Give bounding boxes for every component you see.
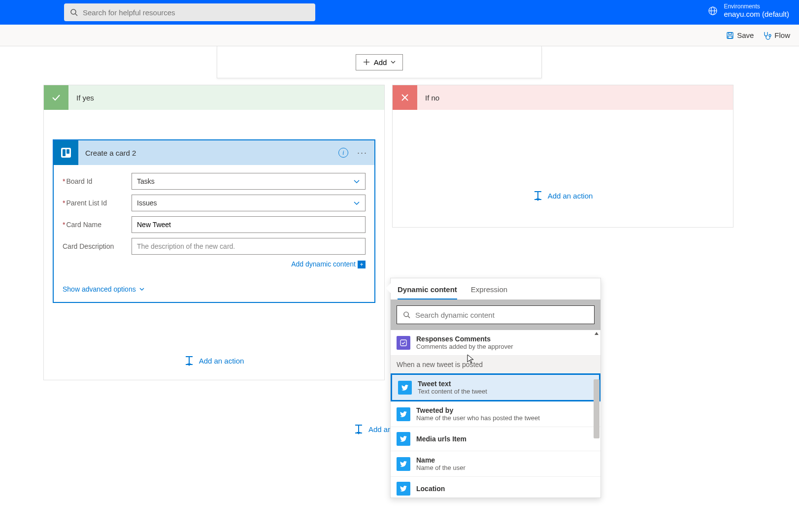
add-action-yes[interactable]: Add an action [44, 356, 384, 365]
if-yes-title: If yes [76, 94, 94, 102]
svg-rect-7 [728, 36, 732, 38]
if-yes-header[interactable]: If yes [44, 85, 384, 110]
twitter-icon [397, 457, 410, 471]
environment-picker[interactable]: Environments enayu.com (default) [708, 3, 789, 18]
dynamic-item-name[interactable]: NameName of the user [391, 451, 600, 477]
add-condition-button[interactable]: Add [356, 54, 403, 70]
dynamic-item-media-urls-item[interactable]: Media urls Item [391, 427, 600, 451]
if-no-branch: If no Add an action [392, 85, 733, 228]
dynamic-search-input[interactable] [415, 311, 588, 319]
if-yes-branch: If yes Create a card 2 i ··· *Board Id T… [43, 85, 385, 380]
trello-create-card-action: Create a card 2 i ··· *Board Id Tasks *P… [53, 139, 375, 303]
dynamic-item-responses-comments[interactable]: Responses CommentsComments added by the … [391, 330, 600, 356]
insert-step-icon [354, 425, 364, 433]
dynamic-item-location[interactable]: Location [391, 477, 600, 498]
dynamic-item-tweet-text[interactable]: Tweet textText content of the tweet [391, 373, 600, 401]
chevron-down-icon [391, 60, 396, 65]
svg-line-1 [75, 14, 77, 16]
twitter-icon [397, 482, 410, 496]
condition-add-box: Add [217, 46, 542, 78]
action-header[interactable]: Create a card 2 i ··· [54, 140, 374, 165]
twitter-icon [397, 407, 410, 421]
dynamic-section-trigger: When a new tweet is posted [391, 356, 600, 373]
twitter-icon [398, 381, 412, 395]
svg-rect-6 [729, 33, 732, 34]
global-search-box[interactable] [64, 3, 315, 21]
scrollbar-thumb[interactable] [594, 379, 599, 438]
dynamic-item-tweeted-by[interactable]: Tweeted byName of the user who has poste… [391, 401, 600, 427]
globe-icon [708, 6, 718, 16]
command-bar: Save Flow [0, 25, 799, 46]
add-action-no[interactable]: Add an action [393, 191, 733, 200]
flow-checker-button[interactable]: Flow [763, 31, 790, 40]
check-icon [51, 92, 62, 103]
action-body: *Board Id Tasks *Parent List Id Issues *… [54, 165, 374, 276]
if-no-header[interactable]: If no [393, 85, 733, 110]
global-search-input[interactable] [83, 8, 309, 17]
plus-icon [363, 59, 370, 66]
chevron-down-icon [353, 178, 360, 185]
svg-point-13 [404, 312, 408, 316]
tab-dynamic-content[interactable]: Dynamic content [398, 285, 457, 299]
card-desc-label: Card Description [63, 242, 132, 250]
close-icon [400, 93, 410, 102]
svg-point-0 [71, 9, 76, 14]
dynamic-search-box[interactable] [397, 305, 595, 324]
svg-marker-15 [595, 332, 599, 335]
card-name-input[interactable] [132, 216, 366, 233]
chevron-down-icon [139, 286, 145, 292]
if-no-title: If no [425, 94, 439, 102]
search-icon [403, 311, 410, 319]
trello-icon [54, 140, 78, 165]
svg-line-14 [408, 316, 410, 318]
dynamic-content-list[interactable]: Responses CommentsComments added by the … [391, 330, 600, 498]
board-id-label: *Board Id [63, 177, 132, 185]
stethoscope-icon [763, 31, 771, 40]
card-desc-input[interactable] [132, 238, 366, 255]
check-icon-box [44, 85, 68, 110]
dynamic-content-panel: Dynamic content Expression Responses Com… [390, 278, 601, 498]
tab-expression[interactable]: Expression [471, 285, 507, 299]
chevron-down-icon [353, 200, 360, 206]
parent-list-select[interactable]: Issues [132, 195, 366, 211]
scroll-up-arrow[interactable] [594, 330, 599, 337]
show-advanced-options[interactable]: Show advanced options [63, 285, 366, 293]
svg-point-8 [769, 34, 771, 36]
search-icon [70, 8, 78, 16]
twitter-icon [397, 432, 410, 446]
insert-step-icon [533, 191, 543, 200]
save-icon [726, 32, 734, 39]
close-icon-box [393, 85, 417, 110]
insert-step-icon [184, 356, 194, 365]
environment-label: Environments [724, 3, 789, 10]
card-name-label: *Card Name [63, 221, 132, 229]
approvals-icon [397, 336, 410, 350]
top-bar: Environments enayu.com (default) [0, 0, 799, 25]
panel-pointer [386, 283, 391, 293]
environment-name: enayu.com (default) [724, 10, 789, 18]
more-menu-icon[interactable]: ··· [357, 148, 367, 158]
board-id-select[interactable]: Tasks [132, 173, 366, 190]
plus-square-icon: + [358, 261, 366, 268]
action-title: Create a card 2 [85, 149, 338, 157]
info-icon[interactable]: i [338, 148, 348, 158]
add-dynamic-content-link[interactable]: Add dynamic content+ [291, 260, 366, 268]
parent-list-label: *Parent List Id [63, 199, 132, 207]
save-button[interactable]: Save [726, 31, 754, 39]
